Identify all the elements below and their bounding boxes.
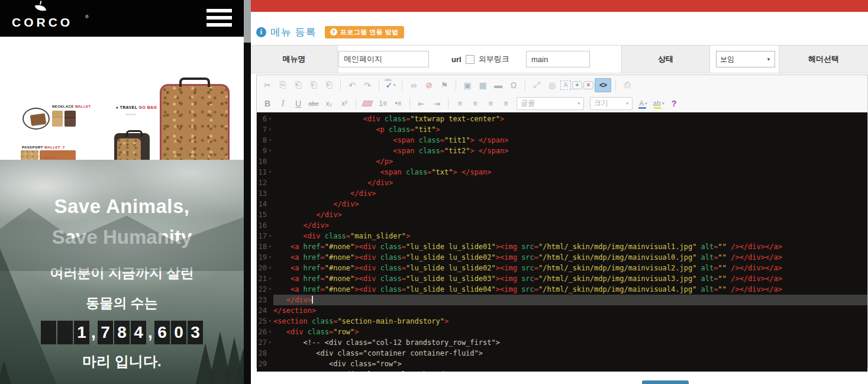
code-line[interactable]: 13 </div> [257,188,867,199]
link-icon[interactable]: ∞ [406,79,421,92]
align-right-icon[interactable]: ≡ [483,97,498,110]
code-line[interactable]: 25▾<section class="section-main-brandsto… [257,316,867,327]
external-link-checkbox[interactable] [466,55,475,64]
strikethrough-button[interactable]: abc [306,97,321,110]
code-line[interactable]: 27▾ <!-- <div class="col-12 brandstory_r… [257,337,867,348]
fold-arrow-icon[interactable]: ▾ [267,284,273,295]
fold-arrow-icon[interactable]: ▾ [267,252,273,263]
horizontal-line-icon[interactable]: ▬ [491,79,505,92]
fold-arrow-icon[interactable]: ▾ [267,146,273,156]
fold-arrow-icon[interactable]: ▾ [267,316,273,327]
size-select[interactable]: 크기▾ [590,97,633,110]
align-left-icon[interactable]: ≡ [453,97,467,110]
text-color-icon[interactable]: A▾ [636,97,650,110]
code-line[interactable]: 29 <div class="row"> [257,359,867,369]
fold-arrow-icon[interactable]: ▾ [267,337,273,348]
outdent-icon[interactable]: ⇤ [414,97,428,110]
bg-color-icon[interactable]: ab▾ [651,97,666,110]
program-link-help-button[interactable]: ? 프로그램 연동 방법 [325,26,404,38]
code-line[interactable]: 14 </div> [257,199,867,209]
fold-arrow-icon[interactable]: ▾ [267,327,273,337]
reject-suggestion-icon[interactable]: × [583,81,593,89]
fold-arrow-icon[interactable]: ▾ [267,273,273,284]
code-line[interactable]: 28 <div class="container container-fluid… [257,348,867,359]
fold-arrow-icon[interactable]: ▾ [267,124,273,135]
bold-button[interactable]: B [260,97,275,110]
external-link-label: 외부링크 [479,54,509,64]
fold-arrow-icon[interactable]: ▾ [267,231,273,241]
status-select[interactable]: 보임 ▼ [716,51,775,67]
table-icon[interactable]: ▦ [476,79,490,92]
code-line[interactable]: 8▾ <span class="tit1"> </span> [257,135,867,146]
source-button[interactable]: <> [595,78,611,92]
fold-arrow-icon[interactable]: ▾ [267,167,273,178]
fold-arrow-icon [267,359,273,369]
print-icon[interactable]: ⎙ [620,79,634,92]
underline-button[interactable]: U [291,97,305,110]
unlink-icon[interactable]: ⊘ [422,79,436,92]
menu-name-input[interactable] [338,51,429,67]
hamburger-menu-icon[interactable] [206,9,232,27]
undo-icon[interactable]: ↶ [345,79,359,92]
brown-wallet-image [64,111,76,127]
code-line[interactable]: 26▾ <div class="row"> [257,327,867,337]
copy-icon[interactable]: ⎘ [276,79,290,92]
select-all-icon[interactable]: A [560,80,571,90]
preview-scrollbar[interactable] [244,0,251,384]
code-line[interactable]: 15 </div> [257,209,867,220]
code-line[interactable]: 9▾ <span class="tit2"> </span> [257,146,867,156]
source-code-area[interactable]: 6▾ <div class="txtwrap text-center">7▾ <… [257,112,867,372]
bullet-list-icon[interactable]: •≡ [391,97,405,110]
superscript-button[interactable]: x² [337,97,351,110]
brandstory-section: Save Animals, Save Humanity 여러분이 지금까지 살린… [0,160,244,384]
subscript-button[interactable]: x₂ [322,97,336,110]
align-center-icon[interactable]: ≡ [468,97,482,110]
code-line[interactable]: 16 </div> [257,220,867,231]
code-line[interactable]: 12 </div> [257,178,867,188]
code-line[interactable]: 19▾ <a href="#none"><div class="lu_slide… [257,252,867,263]
code-line[interactable]: 30 <div class="col-12 brandstory_textwra… [257,369,867,372]
line-number: 20 [257,263,267,273]
find-icon[interactable]: ◎ [545,79,559,92]
paste-from-word-icon[interactable]: ⎗ [322,79,336,92]
code-line[interactable]: 18▾ <a href="#none"><div class="lu_slide… [257,241,867,252]
anchor-flag-icon[interactable]: ⚑ [437,79,451,92]
counter-digit [41,321,56,344]
image-icon[interactable]: ▣ [460,79,475,92]
spellcheck-icon[interactable]: ABC✓▾ [383,79,398,92]
fold-arrow-icon[interactable]: ▾ [267,263,273,273]
code-line[interactable]: 21▾ <a href="#none"><div class="lu_slide… [257,273,867,284]
code-line[interactable]: 23 </div> [257,295,867,305]
fold-arrow-icon[interactable]: ▾ [267,241,273,252]
code-line[interactable]: 22▾ <a href="#none"><div class="lu_slide… [257,284,867,295]
preview-header: CORCO ® [0,0,244,37]
preview-scrollbar-thumb[interactable] [244,0,251,43]
redo-icon[interactable]: ↷ [360,79,375,92]
paste-plaintext-icon[interactable]: ⎗ [306,79,321,92]
italic-button[interactable]: I [276,97,290,110]
save-button[interactable]: 미리보기 [642,380,689,384]
code-line[interactable]: 17▾ <div class="main_slider"> [257,231,867,241]
ordered-list-icon[interactable]: 1≡ [376,97,390,110]
accept-suggestion-icon[interactable]: + [572,81,582,89]
indent-icon[interactable]: ⇥ [430,97,444,110]
fold-arrow-icon[interactable]: ▾ [267,114,273,124]
code-line[interactable]: 7▾ <p class="tit"> [257,124,867,135]
code-line[interactable]: 24</section> [257,305,867,316]
line-number: 26 [257,327,267,337]
font-select[interactable]: 글꼴▾ [517,97,584,110]
url-input[interactable] [526,51,590,67]
about-help-icon[interactable]: ? [667,97,681,110]
special-char-icon[interactable]: Ω [506,79,521,92]
fold-arrow-icon[interactable]: ▾ [267,135,273,146]
code-line[interactable]: 10 </p> [257,156,867,167]
maximize-icon[interactable]: ⤢ [530,79,544,92]
align-justify-icon[interactable]: ≡ [499,97,513,110]
cut-icon[interactable]: ✂ [260,79,275,92]
remove-format-icon[interactable] [360,97,375,110]
counter-digit: 1 [74,321,89,344]
code-line[interactable]: 6▾ <div class="txtwrap text-center"> [257,114,867,124]
code-line[interactable]: 20▾ <a href="#none"><div class="lu_slide… [257,263,867,273]
paste-icon[interactable]: ⎗ [291,79,305,92]
code-line[interactable]: 11▾ <span class="txt"> </span> [257,167,867,178]
